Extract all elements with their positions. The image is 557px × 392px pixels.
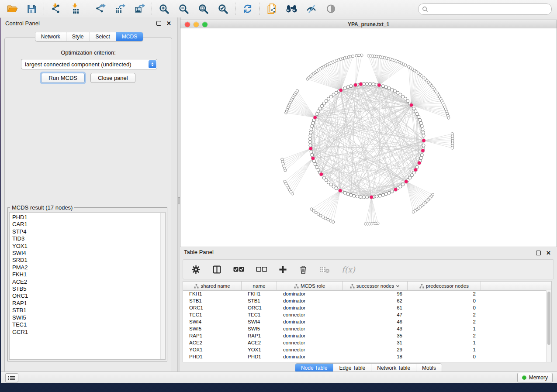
table-cell[interactable]: STB1 <box>242 298 277 303</box>
table-cell[interactable]: RAP1 <box>183 333 242 338</box>
optimization-criterion-select[interactable]: largest connected component (undirected) <box>21 59 157 69</box>
zoom-in-button[interactable] <box>158 3 170 15</box>
network-node[interactable] <box>356 195 359 198</box>
network-leaf-node[interactable] <box>332 221 335 224</box>
network-node[interactable] <box>310 150 313 153</box>
mcds-hub-node[interactable] <box>319 172 323 176</box>
table-cell[interactable]: 2 <box>408 319 481 324</box>
refresh-layout-button[interactable] <box>242 3 253 15</box>
mcds-hub-node[interactable] <box>339 88 343 92</box>
mcds-hub-node[interactable] <box>421 149 425 153</box>
network-node[interactable] <box>419 157 422 160</box>
mcds-hub-node[interactable] <box>353 83 357 87</box>
table-cell[interactable]: YOX1 <box>183 347 242 352</box>
network-node[interactable] <box>311 153 314 156</box>
show-hide-details-button[interactable] <box>325 3 337 15</box>
table-row[interactable]: RAP1RAP1dominator352 <box>183 332 547 339</box>
network-node[interactable] <box>309 131 312 134</box>
network-canvas[interactable] <box>180 28 557 247</box>
mcds-result-item[interactable]: CAR1 <box>12 221 165 228</box>
table-cell[interactable]: 2 <box>408 291 481 296</box>
table-row[interactable]: TEC1TEC1connector472 <box>183 311 547 318</box>
network-node[interactable] <box>414 110 417 113</box>
network-leaf-node[interactable] <box>364 223 367 225</box>
network-node[interactable] <box>369 83 372 86</box>
table-cell[interactable]: ACE2 <box>183 340 242 345</box>
table-cell[interactable]: 0 <box>408 305 481 310</box>
import-table-button[interactable] <box>70 3 82 15</box>
network-node[interactable] <box>422 134 425 137</box>
mcds-result-item[interactable]: PMA2 <box>12 264 165 271</box>
table-cell[interactable]: 2 <box>408 312 481 317</box>
mcds-result-list[interactable]: PHD1CAR1STP4TID3YOX1SWI4SRD1PMA2FKH1ACE2… <box>9 212 166 360</box>
table-cell[interactable]: SWI4 <box>183 319 242 324</box>
network-node[interactable] <box>419 118 422 121</box>
network-node[interactable] <box>365 82 368 85</box>
column-header-shared-name[interactable]: shared name <box>183 282 242 290</box>
mcds-hub-node[interactable] <box>414 168 418 172</box>
network-node[interactable] <box>353 194 356 197</box>
network-node[interactable] <box>387 191 391 194</box>
float-panel-icon[interactable] <box>156 21 161 26</box>
table-tab-network-table[interactable]: Network Table <box>371 364 416 372</box>
select-all-button[interactable] <box>233 264 244 275</box>
table-cell[interactable]: 18 <box>343 354 408 359</box>
table-cell[interactable]: 43 <box>343 326 408 331</box>
tab-select[interactable]: Select <box>90 32 116 41</box>
network-node[interactable] <box>419 121 422 124</box>
network-node[interactable] <box>372 83 375 86</box>
network-leaf-node[interactable] <box>327 218 329 221</box>
mcds-result-item[interactable]: ACE2 <box>12 279 165 285</box>
network-node[interactable] <box>387 87 391 90</box>
network-node[interactable] <box>314 162 317 165</box>
mcds-hub-node[interactable] <box>309 147 313 151</box>
network-node[interactable] <box>322 176 325 179</box>
network-node[interactable] <box>349 193 353 196</box>
mcds-result-item[interactable]: YOX1 <box>12 243 165 250</box>
table-row[interactable]: STB1STB1dominator620 <box>183 297 547 304</box>
network-leaf-node[interactable] <box>447 117 450 119</box>
mcds-result-item[interactable]: SWI4 <box>12 250 165 257</box>
network-node[interactable] <box>421 128 424 131</box>
table-cell[interactable]: PHD1 <box>242 354 277 359</box>
network-node[interactable] <box>343 191 346 194</box>
mcds-result-item[interactable]: PHD1 <box>12 214 165 221</box>
network-leaf-node[interactable] <box>296 89 298 92</box>
mcds-hub-node[interactable] <box>338 189 342 193</box>
delete-column-button[interactable] <box>299 264 308 275</box>
zoom-selected-button[interactable] <box>217 3 229 15</box>
search-input[interactable] <box>428 6 548 13</box>
mcds-hub-node[interactable] <box>417 161 421 165</box>
float-table-panel-icon[interactable] <box>536 251 541 255</box>
close-table-panel-icon[interactable]: ✕ <box>546 251 551 255</box>
tab-network[interactable]: Network <box>35 32 66 41</box>
table-cell[interactable]: ORC1 <box>183 305 242 310</box>
table-tab-motifs[interactable]: Motifs <box>416 364 442 372</box>
import-network-button[interactable] <box>50 3 62 15</box>
table-cell[interactable]: FKH1 <box>183 291 242 296</box>
network-from-selection-button[interactable] <box>266 3 278 15</box>
table-cell[interactable]: dominator <box>277 305 343 310</box>
network-window-titlebar[interactable]: YPA_prune.txt_1 <box>180 20 557 29</box>
add-column-button[interactable] <box>279 264 287 275</box>
export-image-button[interactable] <box>134 3 145 15</box>
table-cell[interactable]: 35 <box>343 333 408 338</box>
table-cell[interactable]: PHD1 <box>183 354 242 359</box>
table-tab-edge-table[interactable]: Edge Table <box>333 364 371 372</box>
search-box[interactable] <box>418 3 552 15</box>
network-leaf-node[interactable] <box>284 180 286 183</box>
network-leaf-node[interactable] <box>360 54 363 56</box>
network-graph[interactable] <box>180 28 557 247</box>
column-header-predecessor-nodes[interactable]: predecessor nodes <box>408 282 481 290</box>
network-node[interactable] <box>349 85 353 88</box>
network-node[interactable] <box>346 86 349 89</box>
table-row[interactable]: ORC1ORC1dominator610 <box>183 304 547 311</box>
network-node[interactable] <box>346 193 349 196</box>
table-cell[interactable]: 0 <box>408 354 481 359</box>
window-zoom-button[interactable] <box>202 22 208 27</box>
network-node[interactable] <box>343 87 346 90</box>
mcds-result-item[interactable]: STB5 <box>12 285 165 292</box>
column-header-MCDS-role[interactable]: MCDS role <box>277 282 343 290</box>
run-mcds-button[interactable]: Run MCDS <box>41 73 85 83</box>
network-leaf-node[interactable] <box>412 210 415 213</box>
